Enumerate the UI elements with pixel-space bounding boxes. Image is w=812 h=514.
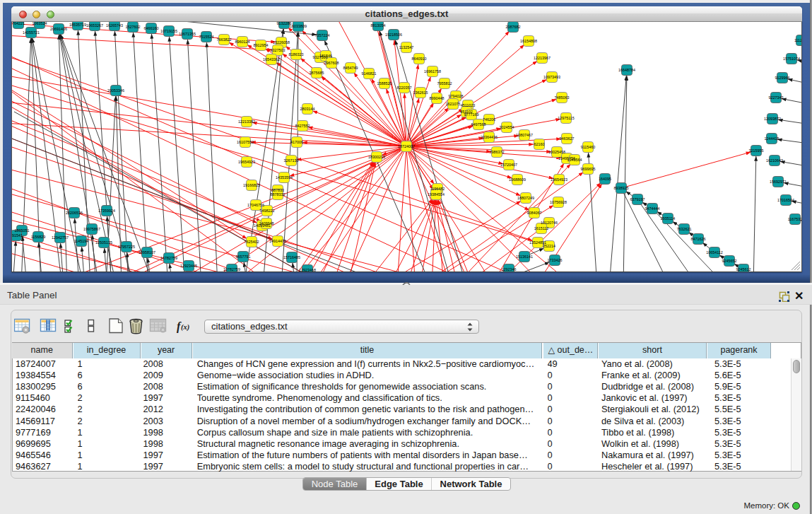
svg-text:10671355: 10671355 bbox=[179, 32, 196, 36]
svg-text:7663822: 7663822 bbox=[217, 37, 232, 42]
svg-text:9245652: 9245652 bbox=[722, 259, 737, 263]
svg-text:12975115: 12975115 bbox=[558, 116, 575, 120]
svg-text:7986372: 7986372 bbox=[490, 150, 505, 154]
svg-text:7357224: 7357224 bbox=[315, 33, 330, 37]
svg-text:12093872: 12093872 bbox=[764, 117, 781, 121]
svg-text:1362615: 1362615 bbox=[413, 90, 428, 95]
svg-text:7632621: 7632621 bbox=[677, 227, 692, 231]
svg-text:18807249: 18807249 bbox=[517, 196, 534, 200]
svg-text:8471626: 8471626 bbox=[691, 237, 706, 241]
svg-text:9474444: 9474444 bbox=[645, 206, 660, 211]
svg-text:19654923: 19654923 bbox=[238, 160, 255, 164]
svg-text:8813054: 8813054 bbox=[371, 23, 386, 28]
svg-text:8427552: 8427552 bbox=[295, 124, 310, 128]
svg-text:1063524: 1063524 bbox=[33, 22, 47, 25]
svg-text:9463627: 9463627 bbox=[560, 136, 575, 141]
svg-text:16648784: 16648784 bbox=[618, 68, 635, 72]
svg-text:252214: 252214 bbox=[543, 244, 555, 248]
svg-text:16033809: 16033809 bbox=[290, 24, 307, 28]
svg-text:20364436: 20364436 bbox=[481, 135, 498, 139]
svg-text:7485063: 7485063 bbox=[555, 95, 570, 100]
svg-text:12213967: 12213967 bbox=[534, 56, 551, 60]
svg-text:9699695: 9699695 bbox=[581, 167, 596, 171]
svg-text:1349564: 1349564 bbox=[567, 158, 582, 162]
svg-text:17957225: 17957225 bbox=[118, 245, 135, 249]
svg-text:10756928: 10756928 bbox=[550, 200, 567, 204]
svg-text:9227343: 9227343 bbox=[769, 95, 784, 100]
svg-text:1621075: 1621075 bbox=[446, 102, 461, 106]
svg-text:8960124: 8960124 bbox=[235, 40, 250, 44]
svg-text:1527602: 1527602 bbox=[126, 25, 141, 29]
svg-text:16265743: 16265743 bbox=[106, 23, 123, 28]
svg-text:9794028: 9794028 bbox=[449, 94, 464, 98]
svg-text:1865051: 1865051 bbox=[15, 228, 30, 233]
svg-text:764221: 764221 bbox=[12, 22, 25, 25]
svg-text:1196482: 1196482 bbox=[430, 187, 445, 191]
svg-text:16107552: 16107552 bbox=[237, 140, 254, 144]
svg-text:16154808: 16154808 bbox=[520, 39, 537, 43]
svg-text:15692971: 15692971 bbox=[770, 180, 787, 184]
svg-text:10653267: 10653267 bbox=[86, 23, 103, 28]
svg-text:7955812: 7955812 bbox=[437, 81, 452, 86]
svg-text:10973493: 10973493 bbox=[543, 75, 560, 79]
svg-text:8912954: 8912954 bbox=[254, 43, 269, 47]
svg-text:3267130: 3267130 bbox=[284, 158, 299, 163]
svg-text:1112371: 1112371 bbox=[794, 38, 801, 42]
svg-text:10807467: 10807467 bbox=[516, 133, 533, 137]
svg-text:8220357: 8220357 bbox=[397, 86, 412, 90]
svg-text:20053346: 20053346 bbox=[107, 88, 124, 93]
svg-text:10782759: 10782759 bbox=[223, 267, 240, 271]
svg-text:12942757: 12942757 bbox=[52, 235, 69, 240]
svg-text:9115460: 9115460 bbox=[581, 145, 596, 149]
svg-text:13226058: 13226058 bbox=[273, 40, 290, 45]
svg-text:181546: 181546 bbox=[319, 54, 332, 58]
svg-text:16782759: 16782759 bbox=[160, 256, 177, 260]
svg-text:62160: 62160 bbox=[534, 142, 545, 146]
svg-text:417006: 417006 bbox=[290, 140, 303, 144]
svg-text:16543362: 16543362 bbox=[263, 57, 280, 62]
svg-text:8990448: 8990448 bbox=[430, 96, 445, 100]
svg-text:7625402: 7625402 bbox=[245, 240, 259, 244]
svg-text:1615112: 1615112 bbox=[534, 226, 549, 230]
svg-text:2803144: 2803144 bbox=[300, 107, 315, 111]
svg-text:19384554: 19384554 bbox=[428, 192, 445, 197]
svg-text:10654112: 10654112 bbox=[706, 250, 723, 255]
svg-text:20691406: 20691406 bbox=[50, 27, 67, 31]
svg-text:19218506: 19218506 bbox=[385, 33, 402, 37]
svg-text:6497568: 6497568 bbox=[471, 122, 486, 127]
svg-text:3215955: 3215955 bbox=[749, 148, 764, 153]
svg-text:1292346: 1292346 bbox=[502, 267, 517, 271]
svg-text:10120746: 10120746 bbox=[541, 221, 558, 225]
svg-text:3875685: 3875685 bbox=[310, 71, 324, 75]
svg-text:9146821: 9146821 bbox=[362, 71, 377, 76]
svg-text:9777169: 9777169 bbox=[464, 112, 479, 117]
svg-text:391541: 391541 bbox=[12, 233, 23, 238]
svg-text:1132547: 1132547 bbox=[399, 45, 414, 49]
svg-text:15751074: 15751074 bbox=[783, 57, 800, 61]
svg-text:10719155: 10719155 bbox=[160, 29, 177, 33]
svg-text:4511023: 4511023 bbox=[461, 103, 476, 107]
svg-text:15720407: 15720407 bbox=[500, 163, 517, 167]
svg-text:19975867: 19975867 bbox=[83, 227, 100, 231]
svg-text:5498222: 5498222 bbox=[260, 209, 275, 213]
svg-text:12923468: 12923468 bbox=[299, 268, 316, 271]
svg-text:2087682: 2087682 bbox=[506, 25, 521, 29]
svg-text:10025458: 10025458 bbox=[548, 150, 565, 154]
svg-text:1244415: 1244415 bbox=[765, 136, 779, 141]
svg-text:1588520: 1588520 bbox=[377, 81, 392, 86]
svg-text:10688609: 10688609 bbox=[509, 177, 526, 182]
svg-text:19654923: 19654923 bbox=[551, 177, 567, 182]
svg-text:19166825: 19166825 bbox=[243, 183, 260, 187]
svg-text:1733426: 1733426 bbox=[548, 258, 563, 262]
svg-text:18724007: 18724007 bbox=[398, 144, 415, 148]
svg-text:15716485: 15716485 bbox=[283, 255, 300, 259]
svg-text:1409948: 1409948 bbox=[259, 221, 274, 226]
svg-text:8640910: 8640910 bbox=[412, 57, 427, 61]
svg-text:14914479: 14914479 bbox=[269, 239, 286, 243]
svg-text:2967608: 2967608 bbox=[324, 61, 339, 65]
svg-text:2935114: 2935114 bbox=[661, 216, 676, 221]
svg-text:16210643: 16210643 bbox=[766, 158, 783, 163]
svg-text:6379197: 6379197 bbox=[630, 197, 645, 201]
svg-text:16961758: 16961758 bbox=[424, 69, 441, 74]
svg-text:9129966: 9129966 bbox=[775, 76, 790, 80]
